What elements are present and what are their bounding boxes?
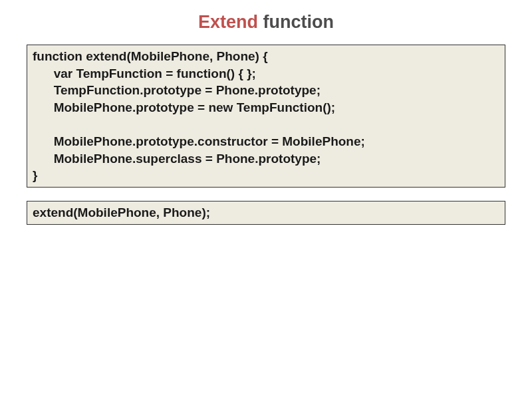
- code-text-usage: extend(MobilePhone, Phone);: [33, 204, 499, 221]
- code-text-definition: function extend(MobilePhone, Phone) { va…: [33, 48, 499, 184]
- code-block-definition: function extend(MobilePhone, Phone) { va…: [27, 45, 505, 188]
- slide-container: Extend function function extend(MobilePh…: [0, 0, 532, 399]
- slide-title: Extend function: [27, 12, 505, 33]
- title-rest: function: [258, 12, 334, 32]
- code-block-usage: extend(MobilePhone, Phone);: [27, 201, 505, 225]
- title-accent: Extend: [198, 12, 258, 32]
